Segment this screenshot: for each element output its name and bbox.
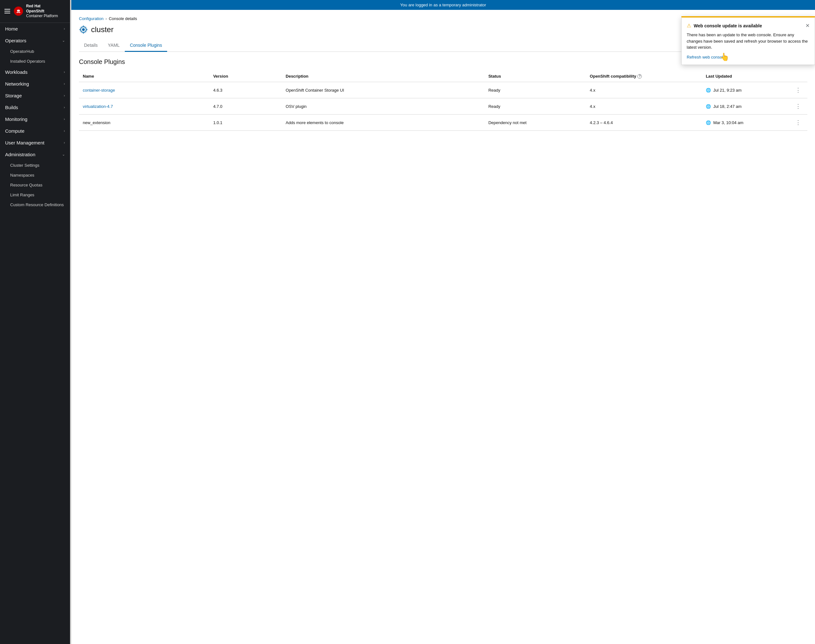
breadcrumb-parent-link[interactable]: Configuration [79, 16, 103, 21]
tab-details[interactable]: Details [79, 40, 103, 52]
tab-yaml[interactable]: YAML [103, 40, 125, 52]
chevron-right-icon: › [64, 117, 65, 121]
sidebar-item-resource-quotas[interactable]: Resource Quotas [0, 180, 70, 190]
notification-popup: ⚠ Web console update is available ✕ Ther… [681, 16, 815, 65]
cell-compat-2: 4.x [586, 98, 702, 115]
kebab-button-2[interactable]: ⋮ [793, 102, 804, 110]
cell-status-3: Dependency not met [484, 115, 586, 131]
breadcrumb-separator: › [105, 16, 107, 21]
plugin-name-3: new_extension [83, 120, 111, 125]
globe-icon: 🌐 [706, 120, 711, 125]
cell-version-1: 4.6.3 [209, 82, 282, 98]
sidebar-item-cluster-settings[interactable]: Cluster Settings [0, 160, 70, 170]
sidebar-item-installed-operators[interactable]: Installed Operators [0, 56, 70, 66]
warning-icon: ⚠ [687, 23, 691, 29]
top-banner: You are logged in as a temporary adminis… [71, 0, 815, 10]
th-description: Description [282, 71, 484, 82]
cell-name-2: virtualization-4.7 [79, 98, 209, 115]
chevron-right-icon: › [64, 70, 65, 74]
cell-name-1: container-storage [79, 82, 209, 98]
cell-updated-3: 🌐 Mar 3, 10:04 am [702, 115, 789, 131]
cell-compat-3: 4.2.3 – 4.6.4 [586, 115, 702, 131]
brand-logo: Red Hat OpenShift Container Platform [13, 4, 58, 19]
chevron-right-icon: › [64, 129, 65, 133]
cell-status-1: Ready [484, 82, 586, 98]
sidebar-item-operatorhub[interactable]: OperatorHub [0, 46, 70, 56]
page-title-row: cluster [79, 25, 114, 34]
plugins-table: Name Version Description Status OpenShif… [79, 71, 807, 131]
th-row-actions [789, 71, 807, 82]
chevron-right-icon: › [64, 82, 65, 86]
th-last-updated: Last Updated [702, 71, 789, 82]
cell-version-2: 4.7.0 [209, 98, 282, 115]
kebab-button-3[interactable]: ⋮ [793, 118, 804, 127]
svg-point-3 [82, 28, 85, 31]
hamburger-menu-icon[interactable] [5, 9, 10, 13]
sidebar: Red Hat OpenShift Container Platform Hom… [0, 0, 70, 644]
notification-header: ⚠ Web console update is available ✕ [687, 23, 810, 29]
cell-compat-1: 4.x [586, 82, 702, 98]
breadcrumb-current: Console details [109, 16, 137, 21]
sidebar-item-namespaces[interactable]: Namespaces [0, 170, 70, 180]
sidebar-item-operators[interactable]: Operators ⌄ [0, 35, 70, 46]
cell-updated-1: 🌐 Jul 21, 9:23 am [702, 82, 789, 98]
th-status: Status [484, 71, 586, 82]
tab-console-plugins[interactable]: Console Plugins [125, 40, 167, 52]
table-row: new_extension 1.0.1 Adds more elements t… [79, 115, 807, 131]
table-row: container-storage 4.6.3 OpenShift Contai… [79, 82, 807, 98]
cell-desc-2: OSV plugin [282, 98, 484, 115]
th-version: Version [209, 71, 282, 82]
sidebar-item-compute[interactable]: Compute › [0, 125, 70, 137]
sidebar-item-home[interactable]: Home › [0, 23, 70, 35]
redhat-logo-icon [13, 6, 23, 16]
sidebar-item-monitoring[interactable]: Monitoring › [0, 113, 70, 125]
cell-version-3: 1.0.1 [209, 115, 282, 131]
sidebar-item-administration[interactable]: Administration ⌄ [0, 149, 70, 160]
chevron-down-icon: ⌄ [62, 152, 65, 156]
sidebar-item-builds[interactable]: Builds › [0, 101, 70, 113]
chevron-right-icon: › [64, 94, 65, 97]
cell-name-3: new_extension [79, 115, 209, 131]
table-row: virtualization-4.7 4.7.0 OSV plugin Read… [79, 98, 807, 115]
plugin-link-1[interactable]: container-storage [83, 88, 115, 93]
sidebar-item-limit-ranges[interactable]: Limit Ranges [0, 190, 70, 200]
cell-updated-2: 🌐 Jul 18, 2:47 am [702, 98, 789, 115]
cell-status-2: Ready [484, 98, 586, 115]
sidebar-item-networking[interactable]: Networking › [0, 78, 70, 90]
chevron-right-icon: › [64, 141, 65, 144]
main-content: You are logged in as a temporary adminis… [71, 0, 815, 644]
cluster-icon [79, 25, 88, 34]
th-compatibility: OpenShift compatibility ? [586, 71, 702, 82]
sidebar-header: Red Hat OpenShift Container Platform [0, 0, 70, 23]
globe-icon: 🌐 [706, 88, 711, 93]
content-area: Configuration › Console details cluster … [71, 10, 815, 644]
chevron-right-icon: › [64, 27, 65, 31]
notification-body: There has been an update to the web cons… [687, 32, 810, 51]
chevron-down-icon: ⌄ [62, 38, 65, 43]
sidebar-item-storage[interactable]: Storage › [0, 90, 70, 101]
cell-desc-3: Adds more elements to console [282, 115, 484, 131]
plugin-link-2[interactable]: virtualization-4.7 [83, 104, 113, 109]
sidebar-item-workloads[interactable]: Workloads › [0, 66, 70, 78]
compatibility-help-icon[interactable]: ? [637, 74, 642, 78]
refresh-web-console-link[interactable]: Refresh web console [687, 55, 725, 60]
cell-desc-1: OpenShift Container Storage UI [282, 82, 484, 98]
chevron-right-icon: › [64, 105, 65, 109]
th-name: Name [79, 71, 209, 82]
notification-close-button[interactable]: ✕ [806, 23, 810, 28]
brand-name: Red Hat OpenShift Container Platform [26, 4, 58, 19]
cell-row-actions-2: ⋮ [789, 98, 807, 115]
globe-icon: 🌐 [706, 104, 711, 109]
cell-row-actions-1: ⋮ [789, 82, 807, 98]
notification-title: Web console update is available [694, 23, 762, 28]
kebab-button-1[interactable]: ⋮ [793, 86, 804, 94]
cell-row-actions-3: ⋮ [789, 115, 807, 131]
sidebar-item-user-management[interactable]: User Management › [0, 137, 70, 149]
sidebar-item-custom-resource-definitions[interactable]: Custom Resource Definitions [0, 200, 70, 210]
page-title: cluster [91, 25, 114, 34]
